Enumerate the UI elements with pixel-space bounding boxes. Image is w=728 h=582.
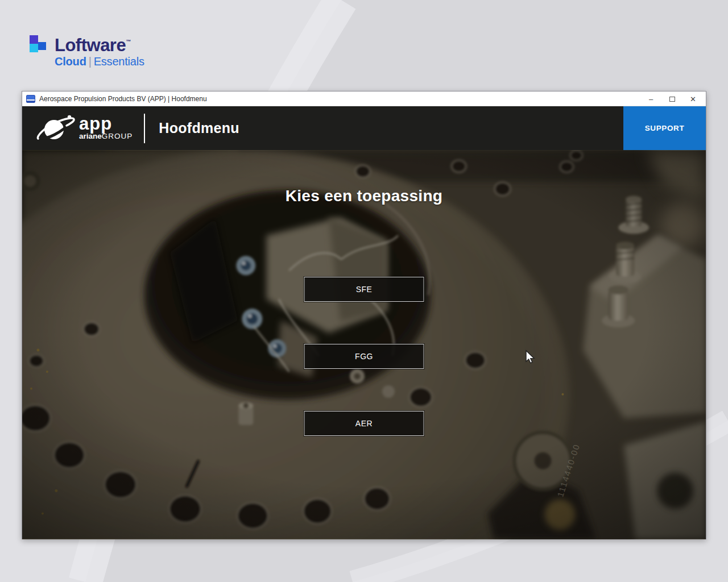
sfe-button[interactable]: SFE (304, 277, 424, 302)
logo-square-blue (38, 42, 46, 50)
window-titlebar[interactable]: Aerospace Propulsion Products BV (APP) |… (22, 92, 706, 106)
app-window: Aerospace Propulsion Products BV (APP) |… (22, 91, 706, 539)
trademark-symbol: ™ (126, 39, 131, 44)
support-button[interactable]: SUPPORT (623, 106, 706, 150)
close-button[interactable]: ✕ (682, 92, 704, 106)
brand-subtitle: Cloud|Essentials (55, 55, 144, 68)
maximize-icon (669, 97, 675, 102)
planet-ring-icon (35, 113, 77, 144)
brand-name: Loftware™ (55, 33, 144, 54)
brand-line: Cloud (55, 55, 86, 68)
minimize-button[interactable]: – (640, 92, 661, 106)
brand-tier: Essentials (94, 55, 144, 68)
ariane-text: ariane (79, 132, 102, 140)
group-text: GROUP (102, 132, 133, 140)
logo-square-purple (30, 35, 38, 44)
logo-square-cyan (30, 44, 38, 52)
page-title: Hoofdmenu (159, 120, 239, 136)
brand-divider: | (86, 55, 94, 68)
header-separator (144, 114, 145, 143)
window-icon (26, 95, 35, 103)
app-logo-text: app (79, 117, 133, 131)
brand-name-text: Loftware (55, 35, 126, 55)
app-arianegroup-logo: app arianeGROUP (35, 113, 133, 144)
window-title: Aerospace Propulsion Products BV (APP) |… (39, 95, 207, 103)
fgg-button[interactable]: FGG (304, 344, 424, 369)
app-header: app arianeGROUP Hoofdmenu SUPPORT (22, 106, 706, 150)
loftware-logo: Loftware™ Cloud|Essentials (30, 33, 144, 68)
main-content: 1114440-00 Kies een toepassing SFE FGG A… (22, 150, 706, 539)
aer-button[interactable]: AER (304, 411, 424, 436)
loftware-logo-mark-icon (30, 35, 47, 56)
arianegroup-logo-text: arianeGROUP (79, 132, 133, 140)
choose-application-heading: Kies een toepassing (22, 187, 706, 205)
maximize-button[interactable] (661, 92, 682, 106)
